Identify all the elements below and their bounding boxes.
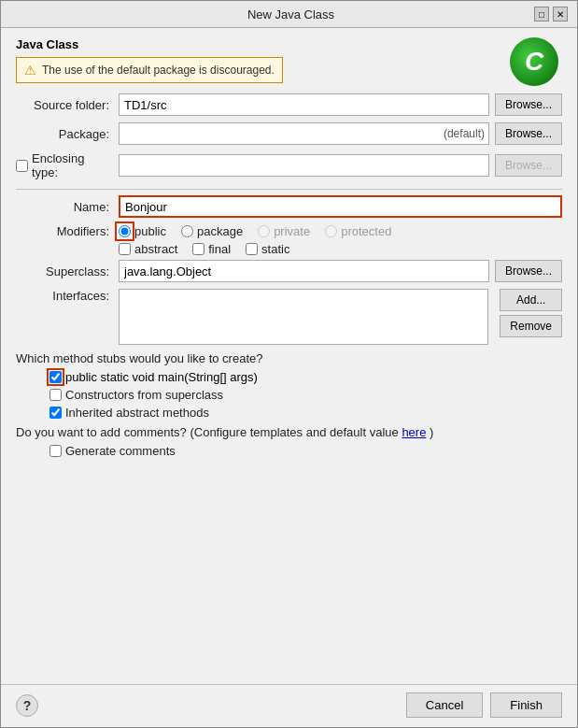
package-row: Package: (default) Browse...	[16, 122, 562, 145]
stubs-constructors-label[interactable]: Constructors from superclass	[49, 388, 562, 402]
modifier-abstract-checkbox[interactable]	[119, 243, 131, 255]
modifier-public-label[interactable]: public	[119, 224, 166, 238]
package-input-wrap: (default)	[119, 122, 489, 145]
modifier-abstract-label[interactable]: abstract	[119, 242, 177, 256]
modifier-protected-text: protected	[341, 224, 391, 238]
stubs-section: Which method stubs would you like to cre…	[16, 351, 562, 420]
generate-comments-text: Generate comments	[65, 444, 176, 458]
cancel-button[interactable]: Cancel	[406, 692, 483, 718]
interfaces-label: Interfaces:	[16, 289, 119, 303]
enclosing-row: Enclosing type: Browse...	[16, 151, 562, 179]
interfaces-remove-button[interactable]: Remove	[500, 315, 562, 337]
superclass-input[interactable]	[119, 260, 489, 282]
comments-text: Do you want to add comments? (Configure …	[16, 425, 562, 439]
generate-comments-checkbox[interactable]	[49, 445, 62, 457]
separator-1	[16, 189, 562, 190]
warning-text: The use of the default package is discou…	[42, 64, 275, 77]
stubs-title: Which method stubs would you like to cre…	[16, 351, 562, 365]
source-folder-input[interactable]	[119, 93, 489, 116]
modifier-protected-radio[interactable]	[325, 225, 337, 237]
comments-generate-row: Generate comments	[16, 444, 562, 458]
generate-comments-label[interactable]: Generate comments	[49, 444, 176, 458]
header-left: Java Class ⚠ The use of the default pack…	[16, 37, 283, 83]
stubs-items: public static void main(String[] args) C…	[16, 370, 562, 420]
package-input[interactable]	[119, 122, 489, 145]
warning-icon: ⚠	[24, 63, 36, 78]
enclosing-input[interactable]	[119, 154, 489, 177]
modifier-public-text: public	[134, 224, 166, 238]
section-title: Java Class	[16, 37, 283, 51]
finish-button[interactable]: Finish	[490, 692, 562, 718]
modifier-package-text: package	[197, 224, 243, 238]
source-folder-browse-button[interactable]: Browse...	[495, 93, 562, 116]
new-java-class-dialog: New Java Class □ ✕ Java Class ⚠ The use …	[0, 0, 578, 728]
help-button[interactable]: ?	[16, 694, 38, 717]
stubs-inherited-checkbox[interactable]	[49, 407, 62, 419]
modifier-private-text: private	[274, 224, 310, 238]
comments-link[interactable]: here	[402, 425, 426, 439]
interfaces-box	[119, 289, 488, 345]
package-label: Package:	[16, 127, 119, 141]
enclosing-checkbox-label[interactable]: Enclosing type:	[16, 151, 109, 179]
name-input[interactable]	[119, 195, 562, 218]
interfaces-add-button[interactable]: Add...	[500, 289, 562, 311]
modifiers-grid: public package private protected	[119, 224, 391, 256]
modifier-static-checkbox[interactable]	[246, 243, 258, 255]
action-buttons: Cancel Finish	[406, 692, 562, 718]
title-bar-controls: □ ✕	[534, 7, 568, 21]
modifier-public-radio[interactable]	[119, 225, 131, 237]
stubs-constructors-text: Constructors from superclass	[65, 388, 223, 402]
modifier-private-radio[interactable]	[258, 225, 270, 237]
title-bar: New Java Class □ ✕	[1, 1, 577, 28]
modifier-protected-label[interactable]: protected	[325, 224, 391, 238]
stubs-main-checkbox[interactable]	[49, 371, 62, 383]
modifiers-row: Modifiers: public package private	[16, 224, 562, 256]
stubs-main-label[interactable]: public static void main(String[] args)	[49, 370, 562, 384]
enclosing-checkbox[interactable]	[16, 160, 28, 172]
bottom-buttons: ? Cancel Finish	[1, 684, 577, 727]
enclosing-browse-button[interactable]: Browse...	[495, 154, 562, 177]
warning-box: ⚠ The use of the default package is disc…	[16, 57, 283, 83]
interfaces-buttons: Add... Remove	[494, 289, 562, 337]
modifier-static-text: static	[261, 242, 289, 256]
superclass-label: Superclass:	[16, 264, 119, 278]
stubs-main-text: public static void main(String[] args)	[65, 370, 258, 384]
modifier-package-radio[interactable]	[181, 225, 193, 237]
stubs-inherited-text: Inherited abstract methods	[65, 406, 209, 420]
comments-section: Do you want to add comments? (Configure …	[16, 425, 562, 458]
modifiers-checkbox-row: abstract final static	[119, 242, 391, 256]
name-row: Name:	[16, 195, 562, 218]
source-folder-row: Source folder: Browse...	[16, 93, 562, 116]
superclass-browse-button[interactable]: Browse...	[495, 260, 562, 282]
header-section: Java Class ⚠ The use of the default pack…	[16, 37, 562, 86]
minimize-button[interactable]: □	[534, 7, 549, 21]
modifier-final-text: final	[208, 242, 231, 256]
modifier-abstract-text: abstract	[134, 242, 177, 256]
modifiers-radio-row: public package private protected	[119, 224, 391, 238]
modifier-final-label[interactable]: final	[192, 242, 231, 256]
package-browse-button[interactable]: Browse...	[495, 122, 562, 145]
modifier-private-label[interactable]: private	[258, 224, 310, 238]
modifier-static-label[interactable]: static	[246, 242, 289, 256]
superclass-row: Superclass: Browse...	[16, 260, 562, 282]
modifiers-label: Modifiers:	[16, 224, 119, 238]
source-folder-label: Source folder:	[16, 98, 119, 112]
dialog-title: New Java Class	[48, 7, 534, 21]
modifier-final-checkbox[interactable]	[192, 243, 204, 255]
modifier-package-label[interactable]: package	[181, 224, 243, 238]
enclosing-label-text: Enclosing type:	[32, 151, 109, 179]
stubs-inherited-label[interactable]: Inherited abstract methods	[49, 406, 562, 420]
stubs-constructors-checkbox[interactable]	[49, 389, 62, 401]
eclipse-logo: C	[510, 37, 558, 86]
dialog-content: Java Class ⚠ The use of the default pack…	[1, 28, 577, 684]
interfaces-section: Interfaces: Add... Remove	[16, 289, 562, 345]
name-label: Name:	[16, 200, 119, 214]
close-button[interactable]: ✕	[553, 7, 568, 21]
